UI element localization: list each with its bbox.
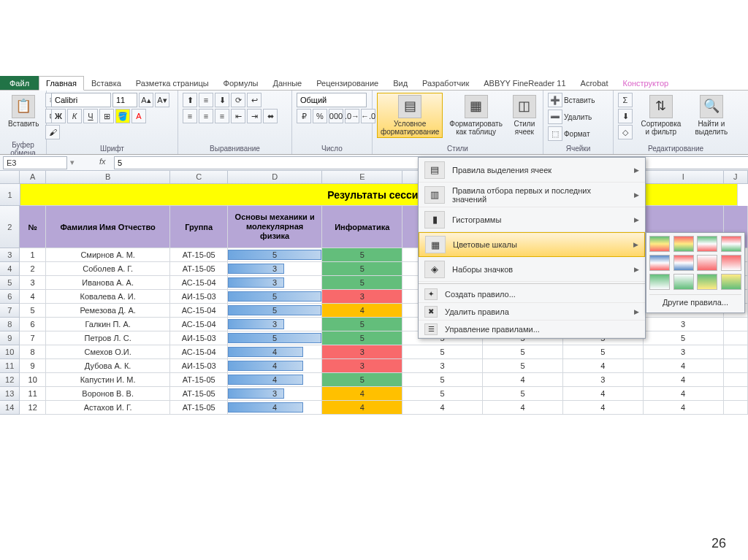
cell[interactable]: 4 xyxy=(322,304,402,318)
increase-decimal-button[interactable]: .0→ xyxy=(345,109,359,123)
cell[interactable]: Смирнов А. М. xyxy=(46,248,171,262)
scale-gw[interactable] xyxy=(649,274,670,290)
wrap-text-button[interactable]: ↩ xyxy=(247,93,262,107)
tab-insert[interactable]: Вставка xyxy=(84,76,129,90)
underline-button[interactable]: Ч xyxy=(83,109,98,123)
bold-button[interactable]: Ж xyxy=(51,109,66,123)
cell[interactable]: 4 xyxy=(483,373,563,387)
cell[interactable]: Воронов В. В. xyxy=(46,387,171,401)
scale-wr[interactable] xyxy=(697,255,717,271)
cell[interactable]: АТ-15-05 xyxy=(170,401,228,415)
menu-data-bars[interactable]: ▮Гистограммы▶ xyxy=(419,207,645,232)
decrease-indent-button[interactable]: ⇤ xyxy=(231,109,245,123)
cell[interactable]: Астахов И. Г. xyxy=(46,401,171,415)
cell[interactable]: 3 xyxy=(228,387,322,401)
cell[interactable]: 7 xyxy=(20,331,45,345)
fill-color-button[interactable]: 🪣 xyxy=(115,109,130,123)
cell[interactable]: 4 xyxy=(563,401,644,415)
menu-top-bottom-rules[interactable]: ▥Правила отбора первых и последних значе… xyxy=(419,183,645,207)
cell[interactable] xyxy=(724,359,748,373)
cell[interactable]: 5 xyxy=(322,331,402,345)
cell[interactable]: 5 xyxy=(322,262,402,276)
scale-wg[interactable] xyxy=(673,274,694,290)
cell[interactable]: 4 xyxy=(563,387,644,401)
menu-new-rule[interactable]: ✦Создать правило... xyxy=(419,285,645,303)
merge-center-button[interactable]: ⬌ xyxy=(263,109,278,123)
cell[interactable]: 4 xyxy=(322,387,402,401)
format-as-table-button[interactable]: ▦ Форматировать как таблицу xyxy=(446,93,506,138)
scale-gwr[interactable] xyxy=(697,236,717,252)
row-header[interactable]: 2 xyxy=(0,206,20,248)
cell[interactable] xyxy=(724,331,748,345)
cell[interactable]: 4 xyxy=(483,401,563,415)
cell[interactable]: 5 xyxy=(483,387,563,401)
select-all-corner[interactable] xyxy=(0,171,20,184)
menu-color-scales[interactable]: ▦Цветовые шкалы▶ xyxy=(419,232,645,257)
cell[interactable]: 5 xyxy=(563,345,644,359)
row-header[interactable]: 5 xyxy=(0,276,20,290)
cell[interactable]: Дубова А. К. xyxy=(46,359,171,373)
cell[interactable]: 5 xyxy=(402,373,483,387)
cell[interactable]: АТ-15-05 xyxy=(170,373,228,387)
cell[interactable]: АТ-15-05 xyxy=(170,387,228,401)
font-size-select[interactable] xyxy=(112,93,137,107)
cell[interactable]: 6 xyxy=(20,318,45,331)
col-header-B[interactable]: B xyxy=(46,171,171,184)
tab-acrobat[interactable]: Acrobat xyxy=(573,76,616,90)
delete-cells-button[interactable]: ➖ xyxy=(548,110,562,124)
cell[interactable]: 3 xyxy=(563,373,644,387)
col-header-I[interactable]: I xyxy=(644,171,724,184)
comma-button[interactable]: 000 xyxy=(329,109,343,123)
row-header[interactable]: 6 xyxy=(0,290,20,304)
format-cells-button[interactable]: ⬚ xyxy=(548,126,562,141)
insert-cells-button[interactable]: ➕ xyxy=(548,93,562,107)
cell[interactable]: АТ-15-05 xyxy=(170,262,228,276)
border-button[interactable]: ⊞ xyxy=(99,109,114,123)
cell[interactable] xyxy=(724,345,748,359)
cell[interactable]: АС-15-04 xyxy=(170,345,228,359)
scale-bwr[interactable] xyxy=(649,255,670,271)
cell[interactable] xyxy=(724,401,748,415)
cell[interactable]: 10 xyxy=(20,373,45,387)
cell[interactable]: 3 xyxy=(322,290,402,304)
cell[interactable]: 5 xyxy=(322,373,402,387)
cell[interactable]: Смехов О.И. xyxy=(46,345,171,359)
cell[interactable]: 4 xyxy=(228,401,322,415)
cell[interactable]: Ремезова Д. А. xyxy=(46,304,171,318)
tab-design[interactable]: Конструктор xyxy=(615,76,676,90)
increase-indent-button[interactable]: ⇥ xyxy=(247,109,262,123)
align-bottom-button[interactable]: ⬇ xyxy=(215,93,229,107)
cell[interactable]: Иванова А. А. xyxy=(46,276,171,290)
cell[interactable]: 5 xyxy=(483,345,563,359)
tab-formulas[interactable]: Формулы xyxy=(216,76,266,90)
orientation-button[interactable]: ⟳ xyxy=(231,93,245,107)
row-header[interactable]: 4 xyxy=(0,262,20,276)
cell[interactable]: 5 xyxy=(228,248,322,262)
font-name-select[interactable] xyxy=(51,93,111,107)
cell[interactable]: 4 xyxy=(228,345,322,359)
cell[interactable]: 12 xyxy=(20,401,45,415)
menu-highlight-rules[interactable]: ▤Правила выделения ячеек▶ xyxy=(419,158,645,183)
row-header[interactable]: 14 xyxy=(0,401,20,415)
cell[interactable] xyxy=(724,387,748,401)
cell[interactable]: 2 xyxy=(20,262,45,276)
cell[interactable]: 3 xyxy=(644,318,724,331)
tab-developer[interactable]: Разработчик xyxy=(415,76,476,90)
cell[interactable]: 4 xyxy=(563,359,644,373)
cell[interactable]: 5 xyxy=(483,359,563,373)
col-header-J[interactable]: J xyxy=(724,171,748,184)
row-header[interactable]: 13 xyxy=(0,387,20,401)
cell[interactable]: 5 xyxy=(228,331,322,345)
row-header[interactable]: 10 xyxy=(0,345,20,359)
align-center-button[interactable]: ≡ xyxy=(199,109,213,123)
decrease-font-button[interactable]: A▾ xyxy=(155,93,169,107)
menu-manage-rules[interactable]: ☰Управление правилами... xyxy=(419,321,645,338)
cell[interactable]: Петров Л. С. xyxy=(46,331,171,345)
row-header[interactable]: 9 xyxy=(0,331,20,345)
cell[interactable]: 5 xyxy=(228,290,322,304)
cell-styles-button[interactable]: ◫ Стили ячеек xyxy=(509,93,540,138)
cell[interactable]: Ковалева А. И. xyxy=(46,290,171,304)
cell[interactable]: 5 xyxy=(228,304,322,318)
col-header-A[interactable]: A xyxy=(20,171,45,184)
header-e[interactable]: Информатика xyxy=(322,206,402,248)
